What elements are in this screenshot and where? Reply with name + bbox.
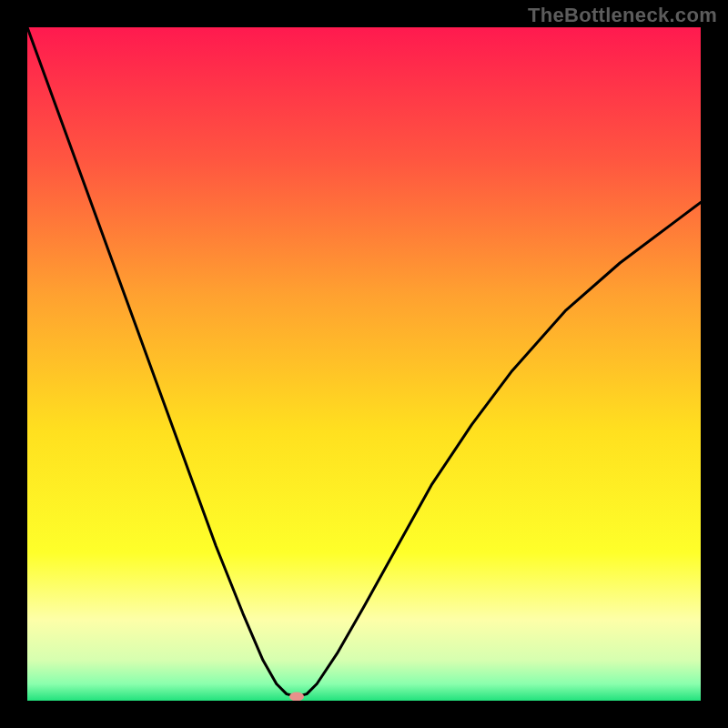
gradient-background [27,27,701,701]
chart-frame: TheBottleneck.com [0,0,728,728]
watermark-text: TheBottleneck.com [528,4,717,27]
bottleneck-chart [27,27,701,701]
